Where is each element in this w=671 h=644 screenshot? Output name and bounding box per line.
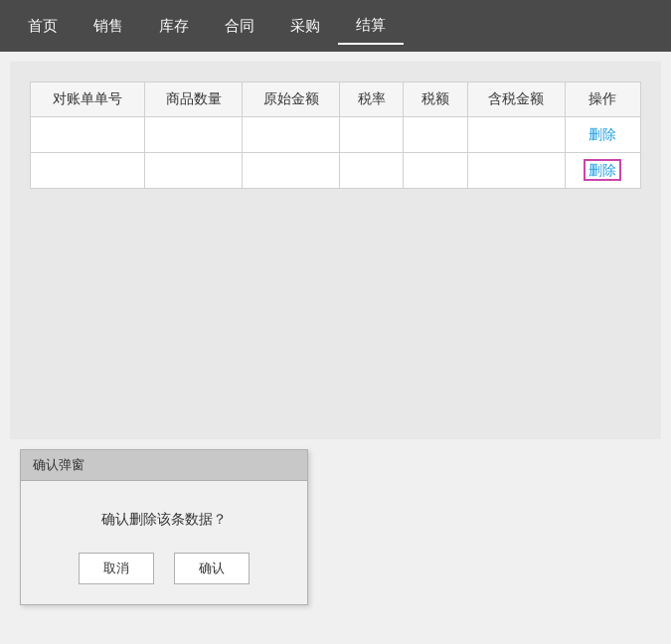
col-tax-amount: 税额	[404, 82, 467, 117]
cell-original-amount-1	[243, 117, 340, 153]
cell-original-amount-2	[243, 153, 340, 189]
col-tax-included-amount: 含税金额	[467, 82, 565, 117]
cell-tax-included-2	[467, 153, 565, 189]
dialog-message: 确认删除该条数据？	[41, 511, 287, 529]
dialog-overlay: 确认弹窗 确认删除该条数据？ 取消 确认	[20, 449, 651, 605]
dialog-buttons: 取消 确认	[41, 553, 287, 584]
table-row: 删除	[31, 117, 641, 153]
delete-link-1[interactable]: 删除	[588, 126, 616, 142]
nav-item-sales[interactable]: 销售	[76, 9, 141, 44]
nav-item-contract[interactable]: 合同	[207, 9, 272, 44]
cell-order-number-2	[31, 153, 145, 189]
col-action: 操作	[565, 82, 640, 117]
col-tax-rate: 税率	[340, 82, 404, 117]
cancel-button[interactable]: 取消	[79, 553, 154, 584]
main-content: 对账单单号 商品数量 原始金额 税率 税额 含税金额 操作 删除	[10, 62, 661, 439]
cell-tax-amount-1	[404, 117, 467, 153]
confirm-dialog: 确认弹窗 确认删除该条数据？ 取消 确认	[20, 449, 308, 605]
table-row: 删除	[31, 153, 641, 189]
col-quantity: 商品数量	[145, 82, 243, 117]
dialog-title: 确认弹窗	[33, 457, 84, 472]
col-order-number: 对账单单号	[31, 82, 145, 117]
dialog-title-bar: 确认弹窗	[21, 450, 307, 481]
nav-item-home[interactable]: 首页	[10, 9, 76, 44]
col-original-amount: 原始金额	[243, 82, 340, 117]
cell-quantity-1	[145, 117, 243, 153]
cell-order-number-1	[31, 117, 145, 153]
cell-quantity-2	[145, 153, 243, 189]
cell-tax-amount-2	[404, 153, 467, 189]
cell-tax-included-1	[467, 117, 565, 153]
table-header-row: 对账单单号 商品数量 原始金额 税率 税额 含税金额 操作	[31, 82, 641, 117]
cell-tax-rate-1	[340, 117, 404, 153]
confirm-button[interactable]: 确认	[174, 553, 250, 584]
cell-tax-rate-2	[340, 153, 404, 189]
nav-item-inventory[interactable]: 库存	[141, 9, 207, 44]
cell-action-2: 删除	[565, 153, 640, 189]
nav-item-purchase[interactable]: 采购	[272, 9, 338, 44]
data-table: 对账单单号 商品数量 原始金额 税率 税额 含税金额 操作 删除	[30, 81, 641, 189]
nav-item-settlement[interactable]: 结算	[338, 8, 404, 45]
cell-action-1: 删除	[565, 117, 640, 153]
dialog-body: 确认删除该条数据？ 取消 确认	[21, 481, 307, 604]
delete-link-2[interactable]: 删除	[584, 159, 621, 181]
navbar: 首页 销售 库存 合同 采购 结算	[0, 0, 671, 52]
